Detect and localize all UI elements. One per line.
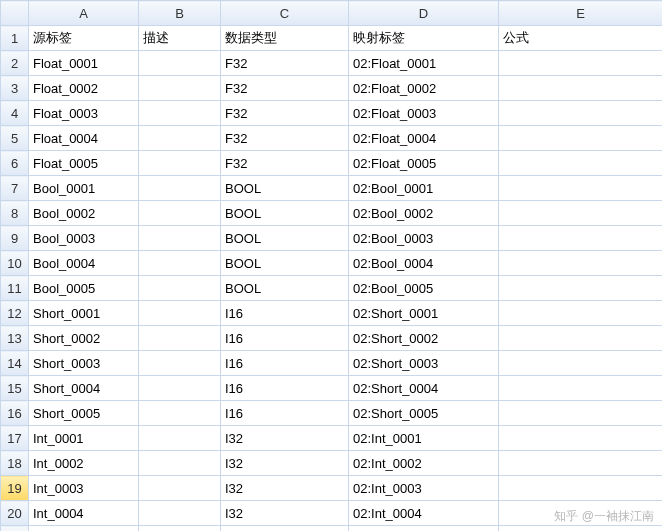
cell-A[interactable]: Float_0002 — [29, 76, 139, 101]
row-header[interactable]: 19 — [1, 476, 29, 501]
row-header[interactable]: 16 — [1, 401, 29, 426]
cell-C[interactable]: BOOL — [221, 276, 349, 301]
cell-C[interactable]: F32 — [221, 151, 349, 176]
cell-B[interactable] — [139, 176, 221, 201]
cell-C[interactable]: I16 — [221, 401, 349, 426]
cell-D[interactable]: 02:Bool_0003 — [349, 226, 499, 251]
cell-C[interactable]: I16 — [221, 376, 349, 401]
cell-B[interactable] — [139, 51, 221, 76]
cell-A[interactable]: Int_0004 — [29, 501, 139, 526]
row-header[interactable]: 18 — [1, 451, 29, 476]
row-header[interactable]: 8 — [1, 201, 29, 226]
cell-D[interactable]: 02:Int_0005 — [349, 526, 499, 532]
cell-A[interactable]: Short_0002 — [29, 326, 139, 351]
cell-A[interactable]: Float_0005 — [29, 151, 139, 176]
cell-C[interactable]: I16 — [221, 326, 349, 351]
row-header[interactable]: 3 — [1, 76, 29, 101]
cell-B[interactable] — [139, 401, 221, 426]
cell-A[interactable]: Int_00051 — [29, 526, 139, 532]
cell-E[interactable]: 公式 — [499, 26, 663, 51]
row-header[interactable]: 7 — [1, 176, 29, 201]
cell-B[interactable] — [139, 351, 221, 376]
cell-D[interactable]: 02:Int_0001 — [349, 426, 499, 451]
cell-E[interactable] — [499, 276, 663, 301]
cell-C[interactable]: F32 — [221, 51, 349, 76]
cell-E[interactable] — [499, 451, 663, 476]
cell-E[interactable] — [499, 151, 663, 176]
spreadsheet-grid[interactable]: A B C D E 1源标签描述数据类型映射标签公式2Float_0001F32… — [0, 0, 662, 531]
cell-A[interactable]: Float_0004 — [29, 126, 139, 151]
cell-D[interactable]: 02:Float_0004 — [349, 126, 499, 151]
cell-D[interactable]: 02:Short_0004 — [349, 376, 499, 401]
cell-D[interactable]: 02:Short_0002 — [349, 326, 499, 351]
cell-A[interactable]: Bool_0001 — [29, 176, 139, 201]
row-header[interactable]: 12 — [1, 301, 29, 326]
cell-B[interactable] — [139, 76, 221, 101]
cell-A[interactable]: 源标签 — [29, 26, 139, 51]
cell-C[interactable]: F32 — [221, 126, 349, 151]
cell-B[interactable] — [139, 226, 221, 251]
cell-B[interactable] — [139, 151, 221, 176]
cell-A[interactable]: Int_0001 — [29, 426, 139, 451]
cell-B[interactable] — [139, 101, 221, 126]
row-header[interactable]: 17 — [1, 426, 29, 451]
cell-B[interactable]: 描述 — [139, 26, 221, 51]
row-header[interactable]: 6 — [1, 151, 29, 176]
cell-D[interactable]: 02:Bool_0005 — [349, 276, 499, 301]
cell-A[interactable]: Int_0003 — [29, 476, 139, 501]
cell-D[interactable]: 02:Int_0003 — [349, 476, 499, 501]
cell-B[interactable] — [139, 251, 221, 276]
cell-B[interactable] — [139, 326, 221, 351]
row-header[interactable]: 4 — [1, 101, 29, 126]
cell-D[interactable]: 02:Float_0003 — [349, 101, 499, 126]
row-header[interactable]: 15 — [1, 376, 29, 401]
cell-B[interactable] — [139, 301, 221, 326]
column-header-E[interactable]: E — [499, 1, 663, 26]
select-all-corner[interactable] — [1, 1, 29, 26]
row-header[interactable]: 2 — [1, 51, 29, 76]
cell-E[interactable] — [499, 251, 663, 276]
row-header[interactable]: 20 — [1, 501, 29, 526]
row-header[interactable]: 14 — [1, 351, 29, 376]
cell-B[interactable] — [139, 201, 221, 226]
cell-D[interactable]: 02:Short_0003 — [349, 351, 499, 376]
cell-A[interactable]: Bool_0003 — [29, 226, 139, 251]
cell-A[interactable]: Short_0004 — [29, 376, 139, 401]
cell-B[interactable] — [139, 376, 221, 401]
cell-D[interactable]: 02:Float_0002 — [349, 76, 499, 101]
column-header-C[interactable]: C — [221, 1, 349, 26]
cell-D[interactable]: 02:Bool_0002 — [349, 201, 499, 226]
cell-C[interactable]: I32 — [221, 451, 349, 476]
cell-A[interactable]: Float_0003 — [29, 101, 139, 126]
cell-C[interactable]: I16 — [221, 301, 349, 326]
cell-D[interactable]: 02:Bool_0004 — [349, 251, 499, 276]
cell-E[interactable] — [499, 526, 663, 532]
cell-E[interactable] — [499, 476, 663, 501]
cell-A[interactable]: Short_0005 — [29, 401, 139, 426]
cell-E[interactable] — [499, 426, 663, 451]
cell-E[interactable] — [499, 101, 663, 126]
cell-C[interactable]: 数据类型 — [221, 26, 349, 51]
cell-C[interactable]: I32 — [221, 476, 349, 501]
cell-E[interactable] — [499, 351, 663, 376]
row-header[interactable]: 21 — [1, 526, 29, 532]
cell-B[interactable] — [139, 476, 221, 501]
cell-B[interactable] — [139, 276, 221, 301]
cell-D[interactable]: 02:Short_0005 — [349, 401, 499, 426]
cell-A[interactable]: Bool_0004 — [29, 251, 139, 276]
cell-C[interactable]: I32 — [221, 426, 349, 451]
cell-A[interactable]: Bool_0002 — [29, 201, 139, 226]
cell-D[interactable]: 02:Bool_0001 — [349, 176, 499, 201]
cell-D[interactable]: 02:Int_0004 — [349, 501, 499, 526]
cell-C[interactable]: I32 — [221, 501, 349, 526]
cell-D[interactable]: 02:Float_0005 — [349, 151, 499, 176]
cell-E[interactable] — [499, 501, 663, 526]
cell-C[interactable]: BOOL — [221, 251, 349, 276]
cell-C[interactable]: I32 — [221, 526, 349, 532]
row-header[interactable]: 5 — [1, 126, 29, 151]
cell-E[interactable] — [499, 401, 663, 426]
cell-A[interactable]: Short_0003 — [29, 351, 139, 376]
cell-C[interactable]: I16 — [221, 351, 349, 376]
cell-A[interactable]: Short_0001 — [29, 301, 139, 326]
cell-E[interactable] — [499, 226, 663, 251]
